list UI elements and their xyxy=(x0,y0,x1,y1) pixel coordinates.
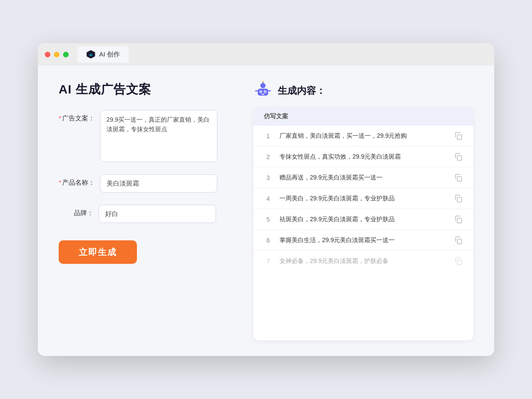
row-number-4: 4 xyxy=(264,195,273,202)
ai-creation-tab[interactable]: AI AI 创作 xyxy=(77,46,129,63)
ad-copy-textarea[interactable]: 29.9买一送一，真正的厂家直销，美白淡斑霜，专抹女性斑点 xyxy=(100,110,217,162)
required-star-1: * xyxy=(59,114,61,122)
page-title: AI 生成广告文案 xyxy=(59,81,233,98)
svg-rect-15 xyxy=(457,176,462,181)
table-row-dimmed: 7 女神必备，29.9元美白淡斑霜，护肤必备 xyxy=(253,251,473,271)
table-row: 3 赠品再送，29.9元美白淡斑霜买一送一 xyxy=(253,167,473,188)
copy-icon-2[interactable] xyxy=(454,153,463,161)
left-panel: AI 生成广告文案 *广告文案： 29.9买一送一，真正的厂家直销，美白淡斑霜，… xyxy=(59,81,233,340)
row-number-5: 5 xyxy=(264,216,273,223)
ad-copy-row: *广告文案： 29.9买一送一，真正的厂家直销，美白淡斑霜，专抹女性斑点 xyxy=(59,110,233,162)
row-text-4: 一周美白，29.9元美白淡斑霜，专业护肤品 xyxy=(279,194,447,203)
table-row: 6 掌握美白生活，29.9元美白淡斑霜买一送一 xyxy=(253,230,473,251)
svg-rect-18 xyxy=(457,239,462,244)
svg-point-6 xyxy=(260,91,262,93)
svg-rect-14 xyxy=(457,156,462,160)
product-name-label: *产品名称： xyxy=(59,174,95,187)
robot-icon xyxy=(253,81,273,100)
table-row: 1 厂家直销，美白淡斑霜，买一送一，29.9元抢购 xyxy=(253,126,473,146)
svg-point-2 xyxy=(260,83,266,88)
browser-window: AI AI 创作 AI 生成广告文案 *广告文案： 29.9买一送一，真正的厂家… xyxy=(38,43,494,356)
row-text-2: 专抹女性斑点，真实功效，29.9元美白淡斑霜 xyxy=(279,152,447,161)
brand-input[interactable] xyxy=(99,205,216,223)
table-header: 仿写文案 xyxy=(253,107,473,126)
right-panel: 生成内容： 仿写文案 1 厂家直销，美白淡斑霜，买一送一，29.9元抢购 2 专… xyxy=(253,81,473,340)
copy-icon-4[interactable] xyxy=(454,194,463,203)
close-button[interactable] xyxy=(45,52,50,57)
svg-rect-16 xyxy=(457,197,462,202)
copy-icon-1[interactable] xyxy=(454,132,463,140)
maximize-button[interactable] xyxy=(63,52,69,57)
svg-rect-17 xyxy=(457,218,462,223)
svg-point-10 xyxy=(262,81,264,82)
traffic-lights xyxy=(45,52,69,57)
generate-button[interactable]: 立即生成 xyxy=(59,240,137,264)
table-row: 5 祛斑美白，29.9元美白淡斑霜，专业护肤品 xyxy=(253,209,473,230)
row-text-5: 祛斑美白，29.9元美白淡斑霜，专业护肤品 xyxy=(279,215,447,224)
product-name-row: *产品名称： xyxy=(59,174,233,193)
table-row: 4 一周美白，29.9元美白淡斑霜，专业护肤品 xyxy=(253,188,473,209)
ai-tab-icon: AI xyxy=(86,50,96,59)
copy-icon-3[interactable] xyxy=(454,173,463,182)
svg-rect-13 xyxy=(457,135,462,140)
svg-point-7 xyxy=(265,91,266,93)
right-header: 生成内容： xyxy=(253,81,473,100)
copy-icon-5[interactable] xyxy=(454,215,463,224)
row-number-3: 3 xyxy=(264,174,273,181)
row-number-1: 1 xyxy=(264,133,273,140)
table-row: 2 专抹女性斑点，真实功效，29.9元美白淡斑霜 xyxy=(253,146,473,167)
svg-rect-8 xyxy=(262,94,264,95)
results-table: 仿写文案 1 厂家直销，美白淡斑霜，买一送一，29.9元抢购 2 专抹女性斑点，… xyxy=(253,107,473,340)
row-text-6: 掌握美白生活，29.9元美白淡斑霜买一送一 xyxy=(279,236,447,245)
row-number-6: 6 xyxy=(264,237,273,244)
right-title: 生成内容： xyxy=(278,84,326,97)
svg-rect-19 xyxy=(457,260,462,265)
tab-label: AI 创作 xyxy=(99,50,120,59)
svg-text:AI: AI xyxy=(89,53,92,57)
brand-row: 品牌： xyxy=(59,205,233,223)
minimize-button[interactable] xyxy=(54,52,60,57)
copy-icon-7[interactable] xyxy=(454,257,463,266)
row-number-2: 2 xyxy=(264,153,273,160)
required-star-2: * xyxy=(59,179,61,186)
content-area: AI 生成广告文案 *广告文案： 29.9买一送一，真正的厂家直销，美白淡斑霜，… xyxy=(38,66,494,356)
ad-copy-label: *广告文案： xyxy=(59,110,95,123)
row-number-7: 7 xyxy=(264,258,273,265)
copy-icon-6[interactable] xyxy=(454,236,463,245)
product-name-input[interactable] xyxy=(100,174,217,193)
brand-label: 品牌： xyxy=(59,205,93,217)
title-bar: AI AI 创作 xyxy=(38,43,494,66)
row-text-3: 赠品再送，29.9元美白淡斑霜买一送一 xyxy=(279,173,447,182)
row-text-1: 厂家直销，美白淡斑霜，买一送一，29.9元抢购 xyxy=(279,131,447,140)
row-text-7: 女神必备，29.9元美白淡斑霜，护肤必备 xyxy=(279,256,447,266)
